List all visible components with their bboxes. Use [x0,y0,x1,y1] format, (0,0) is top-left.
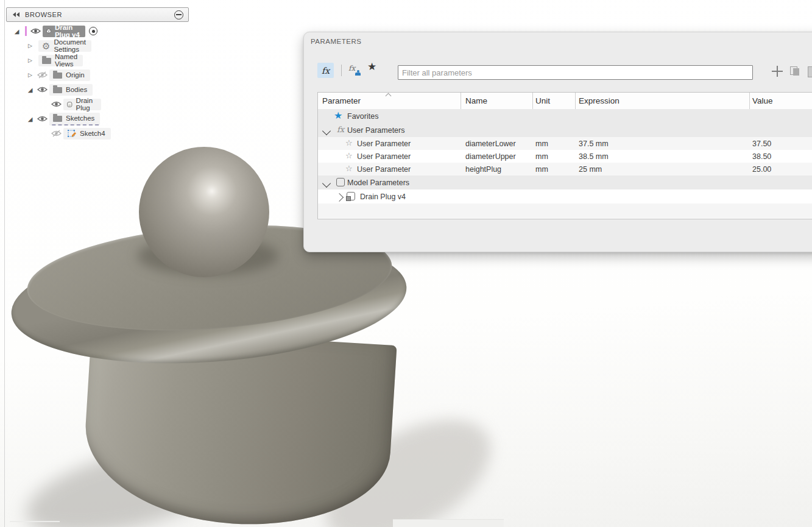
row-diameterLower[interactable]: ☆ User Parameter diameterLower mm 37.5 m… [318,137,812,150]
cell-expression[interactable]: 25 mm [579,165,602,174]
visibility-eye-icon[interactable] [35,115,49,122]
folder-icon [42,58,51,64]
favorite-toggle-star-icon[interactable]: ☆ [345,164,353,172]
collapse-panel-icon[interactable] [13,12,19,17]
favorites-filter-star-button[interactable]: ★ [367,62,376,72]
tree-item-sketches[interactable]: Sketches [49,113,100,126]
cell-name[interactable]: heightPlug [465,165,501,174]
row-label: Drain Plug v4 [360,193,406,201]
visibility-eye-off-icon[interactable] [49,130,63,138]
row-model-drain-plug-v4[interactable]: Drain Plug v4 [318,189,812,203]
chevron-down-icon[interactable] [322,127,331,135]
component-icon [347,192,355,200]
tree-item-label: Bodies [66,86,87,93]
row-favorites[interactable]: ★ Favorites [318,109,812,123]
cell-parameter-type: User Parameter [357,152,411,161]
chevron-down-icon[interactable] [322,179,331,188]
cell-unit: mm [535,140,548,148]
expand-triangle-icon[interactable]: ◢ [26,116,35,122]
row-label: Model Parameters [347,179,409,187]
clipped-toolbar-icon[interactable] [808,66,812,77]
expand-triangle-icon[interactable]: ◢ [12,28,21,35]
cell-expression[interactable]: 37.5 mm [579,140,609,148]
row-model-parameters-section[interactable]: Model Parameters [318,175,812,189]
folder-icon [53,116,62,122]
tree-row-origin: ▷ Origin [26,68,90,82]
expand-triangle-icon[interactable]: ◢ [26,87,35,93]
cell-expression[interactable]: 38.5 mm [579,152,609,161]
cell-unit: mm [535,165,548,174]
row-user-parameters-section[interactable]: fx User Parameters [318,123,812,137]
visibility-eye-off-icon[interactable] [35,71,49,79]
copy-parameter-button[interactable] [790,66,801,77]
tree-item-named-views[interactable]: Named Views [38,55,83,66]
tree-item-label: Drain Plug v4 [55,24,80,38]
favorite-toggle-star-icon[interactable]: ☆ [345,139,353,147]
tree-item-label: Origin [66,71,85,79]
column-header-parameter[interactable]: Parameter [322,96,361,105]
model-parameters-icon [336,178,345,186]
tree-item-document-settings[interactable]: ⚙ Document Settings [38,40,91,52]
column-header-unit[interactable]: Unit [535,96,550,105]
fx-icon: fx [337,125,344,134]
tree-row-document-settings: ▷ ⚙ Document Settings [26,38,91,53]
sketch-icon [67,129,76,138]
chevron-right-icon[interactable] [335,193,344,202]
sort-ascending-icon [386,93,391,96]
expand-triangle-icon[interactable]: ▷ [26,72,35,78]
column-header-value[interactable]: Value [752,96,773,105]
tree-item-sketch4[interactable]: Sketch4 [63,128,111,140]
table-filler-area [318,203,812,218]
visibility-eye-icon[interactable] [35,86,49,93]
component-cube-icon [46,27,51,35]
drain-plug-knob-sphere[interactable] [139,147,269,277]
tree-item-drain-plug-v4[interactable]: Drain Plug v4 [43,26,85,37]
tree-item-label: Document Settings [54,38,85,53]
parameters-dialog: PARAMETERS fx fx ★ Parameter Name Unit E… [303,32,812,252]
column-header-name[interactable]: Name [465,96,487,105]
favorites-star-icon: ★ [334,111,342,121]
viewport-bottom-line [10,521,60,522]
tree-item-origin[interactable]: Origin [49,69,90,81]
row-label: User Parameters [347,126,404,135]
cell-value[interactable]: 37.50 [752,140,771,148]
tree-row-sketches: ◢ Sketches [26,111,100,126]
column-header-expression[interactable]: Expression [579,96,620,105]
expand-triangle-icon[interactable]: ▷ [26,43,35,49]
row-label: Favorites [347,112,378,121]
tree-item-label: Drain Plug [76,97,96,111]
toolbar-separator [341,65,342,76]
tree-item-drain-plug-body[interactable]: Drain Plug [63,99,101,110]
add-parameter-button[interactable] [772,66,783,77]
tree-row-drain-plug-body: Drain Plug [49,97,101,111]
activate-component-radio[interactable] [89,25,97,37]
cell-value[interactable]: 25.00 [752,165,771,174]
folder-icon [53,73,62,79]
collapse-all-icon[interactable] [174,10,183,19]
visibility-eye-icon[interactable] [28,27,43,35]
row-diameterUpper[interactable]: ☆ User Parameter diameterUpper mm 38.5 m… [318,150,812,163]
fx-all-parameters-filter-button[interactable]: fx [317,63,334,78]
browser-header[interactable]: BROWSER [6,7,189,22]
cell-name[interactable]: diameterLower [465,140,516,148]
fx-user-parameters-filter-button[interactable]: fx [348,64,363,77]
favorite-toggle-star-icon[interactable]: ☆ [345,152,353,160]
cell-parameter-type: User Parameter [357,140,411,148]
tree-item-label: Named Views [55,53,77,68]
expand-triangle-icon[interactable]: ▷ [26,57,35,63]
cell-parameter-type: User Parameter [357,165,411,174]
fx-icon: fx [348,64,355,73]
visibility-eye-icon[interactable] [49,101,63,108]
filter-parameters-input[interactable] [398,65,753,80]
tree-item-bodies[interactable]: Bodies [49,84,93,96]
tree-row-sketch4: Sketch4 [49,126,111,141]
tree-row-bodies: ◢ Bodies [26,82,93,97]
cell-unit: mm [535,152,548,161]
cell-name[interactable]: diameterUpper [465,152,516,161]
panel-edge-divider [4,0,5,527]
table-header-row: Parameter Name Unit Expression Value [318,93,812,110]
active-component-bar [25,26,27,36]
cell-value[interactable]: 38.50 [752,152,771,161]
tree-item-label: Sketch4 [80,130,105,137]
row-heightPlug[interactable]: ☆ User Parameter heightPlug mm 25 mm 25.… [318,163,812,175]
